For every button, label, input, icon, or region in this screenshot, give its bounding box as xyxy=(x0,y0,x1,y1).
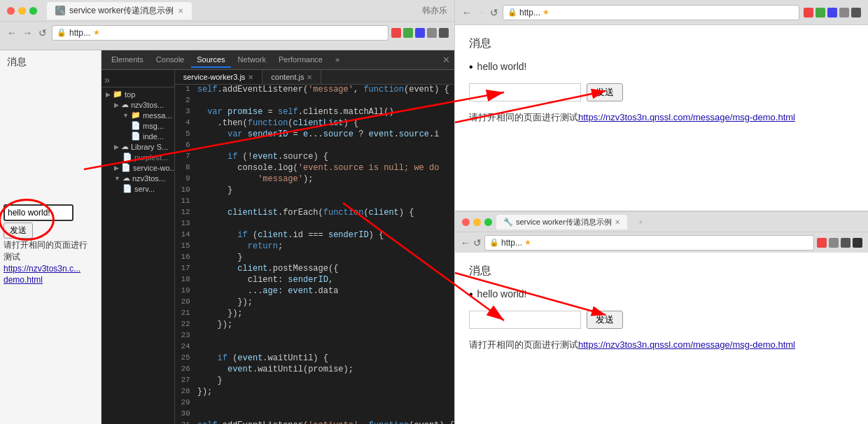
message-input[interactable] xyxy=(4,204,74,221)
right-toolbar-icon-4[interactable] xyxy=(839,8,849,17)
tree-label-top: top xyxy=(125,90,135,99)
toolbar-icon-3[interactable] xyxy=(415,28,425,38)
toolbar-icon-2[interactable] xyxy=(403,28,413,38)
browser-tab-left[interactable]: 🔧 service worker传递消息示例 ✕ xyxy=(47,2,192,20)
right-send-button-top[interactable]: 发送 xyxy=(587,83,623,101)
tree-item-messa[interactable]: ▼ 📁 messa... xyxy=(118,110,174,120)
right-message-input-bottom[interactable] xyxy=(469,311,581,329)
file-tab-service-worker[interactable]: service-worker3.js ✕ xyxy=(175,70,263,84)
info-link-left[interactable]: https://nzv3tos3n.c...demo.html xyxy=(4,264,80,285)
right-back-btn[interactable]: ← xyxy=(462,7,472,18)
right-test-link-bottom[interactable]: https://nzv3tos3n.qnssl.com/message/msg-… xyxy=(578,339,795,350)
right-toolbar-icon-bottom-2[interactable] xyxy=(829,238,839,248)
right-tl-yellow-bottom[interactable] xyxy=(473,218,481,226)
right-tl-green-bottom[interactable] xyxy=(484,218,492,226)
tree-icon-lib: ☁ xyxy=(121,142,129,151)
right-star-icon-bottom[interactable]: ★ xyxy=(524,238,531,247)
tree-arrow-lib: ▶ xyxy=(114,143,119,150)
tree-item-serv[interactable]: 📄 serv... xyxy=(118,183,174,194)
bullet-dot-top: • xyxy=(469,61,473,73)
right-test-text-bottom: 请打开相同的页面进行测试https://nzv3tos3n.qnssl.com/… xyxy=(469,339,854,351)
devtools-tab-sources[interactable]: Sources xyxy=(191,52,230,68)
devtools-tab-performance[interactable]: Performance xyxy=(273,52,328,68)
code-line-2: 2 xyxy=(175,96,454,107)
tree-icon-nzv3: ☁ xyxy=(121,100,129,109)
code-line-16: 16 } xyxy=(175,253,454,264)
tree-item-library[interactable]: ▶ ☁ Library S... xyxy=(110,141,174,152)
code-line-29: 29 xyxy=(175,398,454,409)
traffic-light-yellow[interactable] xyxy=(18,7,26,15)
right-address-bar-bottom[interactable]: 🔒 http... ★ xyxy=(484,235,814,250)
code-line-23: 23 xyxy=(175,331,454,342)
devtools-tab-more[interactable]: » xyxy=(330,52,345,68)
right-toolbar-icon-bottom-3[interactable] xyxy=(841,238,850,248)
devtools-tab-console[interactable]: Console xyxy=(150,52,190,68)
right-toolbar-icons-bottom xyxy=(817,238,862,248)
devtools-close-icon[interactable]: ✕ xyxy=(442,55,450,65)
tree-item-top[interactable]: ▶ 📁 top xyxy=(102,89,174,99)
tree-item-msg[interactable]: 📄 msg... xyxy=(127,120,174,131)
author-label: 韩亦乐 xyxy=(422,5,447,17)
right-toolbar-icon-5[interactable] xyxy=(851,8,861,17)
star-icon-left[interactable]: ★ xyxy=(93,28,100,37)
code-line-5: 5 var senderID = e...source ? event.sour… xyxy=(175,129,454,141)
tree-icon-msg: 📄 xyxy=(131,121,141,130)
tree-label-msg: msg... xyxy=(143,122,164,130)
code-line-20: 20 }); xyxy=(175,297,454,309)
main-container: 🔧 service worker传递消息示例 ✕ 韩亦乐 ← → ↺ 🔒 htt… xyxy=(0,0,868,424)
right-test-link-top[interactable]: https://nzv3tos3n.qnssl.com/message/msg-… xyxy=(578,112,795,122)
file-tab-content-close[interactable]: ✕ xyxy=(307,73,312,81)
right-send-button-bottom[interactable]: 发送 xyxy=(587,311,623,329)
right-refresh-btn[interactable]: ↺ xyxy=(490,7,498,18)
file-tab-content[interactable]: content.js ✕ xyxy=(262,70,321,84)
traffic-light-green[interactable] xyxy=(29,7,37,15)
lock-icon-left: 🔒 xyxy=(57,28,66,37)
right-tl-red-bottom[interactable] xyxy=(462,218,470,226)
right-toolbar-icon-bottom-1[interactable] xyxy=(817,238,827,248)
bullet-dot-bottom: • xyxy=(469,288,473,301)
tab-favicon: 🔧 xyxy=(55,6,65,15)
toolbar-icon-4[interactable] xyxy=(427,28,437,38)
refresh-button[interactable]: ↺ xyxy=(36,27,49,39)
forward-button[interactable]: → xyxy=(21,27,34,39)
right-toolbar-icon-2[interactable] xyxy=(816,8,825,17)
right-forward-btn[interactable]: → xyxy=(476,7,486,18)
right-test-text-top: 请打开相同的页面进行测试https://nzv3tos3n.qnssl.com/… xyxy=(469,111,854,124)
right-message-input-top[interactable] xyxy=(469,83,581,101)
right-favicon-bottom: 🔧 xyxy=(503,218,513,227)
file-tab-content-label: content.js xyxy=(271,73,304,81)
tree-item-service-wo[interactable]: ▶ 📄 service-wo... xyxy=(110,162,174,173)
code-line-18: 18 client: senderID, xyxy=(175,275,454,286)
tree-arrow-nzv2: ▼ xyxy=(114,175,120,182)
devtools-tab-elements[interactable]: Elements xyxy=(106,52,149,68)
address-bar-left[interactable]: 🔒 http... ★ xyxy=(52,25,388,41)
right-lock-icon-top: 🔒 xyxy=(507,8,517,17)
file-tab-service-worker-close[interactable]: ✕ xyxy=(248,73,253,81)
devtools-tab-network[interactable]: Network xyxy=(232,52,272,68)
code-editor-panel: service-worker3.js ✕ content.js ✕ 1self.… xyxy=(175,70,454,424)
traffic-light-red[interactable] xyxy=(7,7,15,15)
right-address-bar-top[interactable]: 🔒 http... ★ xyxy=(503,5,799,20)
right-back-btn-bottom[interactable]: ← xyxy=(461,237,470,248)
right-refresh-btn-bottom[interactable]: ↺ xyxy=(473,237,482,248)
file-tree-expand-icon[interactable]: » xyxy=(104,74,110,85)
right-new-tab-bottom[interactable]: + xyxy=(631,215,650,228)
back-button[interactable]: ← xyxy=(6,27,18,39)
right-toolbar-icon-bottom-4[interactable] xyxy=(853,238,862,248)
browser-toolbar-left: ← → ↺ 🔒 http... ★ xyxy=(0,21,454,43)
toolbar-icon-5[interactable] xyxy=(439,28,449,38)
hello-world-text-bottom: hello world! xyxy=(477,288,527,299)
right-toolbar-icon-1[interactable] xyxy=(804,8,813,17)
toolbar-icons-left xyxy=(391,28,449,38)
tab-close-left[interactable]: ✕ xyxy=(178,7,183,15)
right-tab-close-bottom[interactable]: ✕ xyxy=(615,218,620,226)
toolbar-icon-1[interactable] xyxy=(391,28,401,38)
tree-item-inde[interactable]: 📄 inde... xyxy=(127,131,174,141)
send-button-left[interactable]: 发送 xyxy=(4,222,33,239)
tree-item-nzv3tos[interactable]: ▶ ☁ nzv3tos... xyxy=(110,99,174,110)
right-star-icon-top[interactable]: ★ xyxy=(542,8,550,17)
tree-item-purple[interactable]: 📄 purplest... xyxy=(118,152,174,162)
right-tab-bottom[interactable]: 🔧 service worker传递消息示例 ✕ xyxy=(496,215,627,229)
right-toolbar-icon-3[interactable] xyxy=(827,8,837,17)
tree-item-nzv3tos2[interactable]: ▼ ☁ nzv3tos... xyxy=(110,173,174,183)
